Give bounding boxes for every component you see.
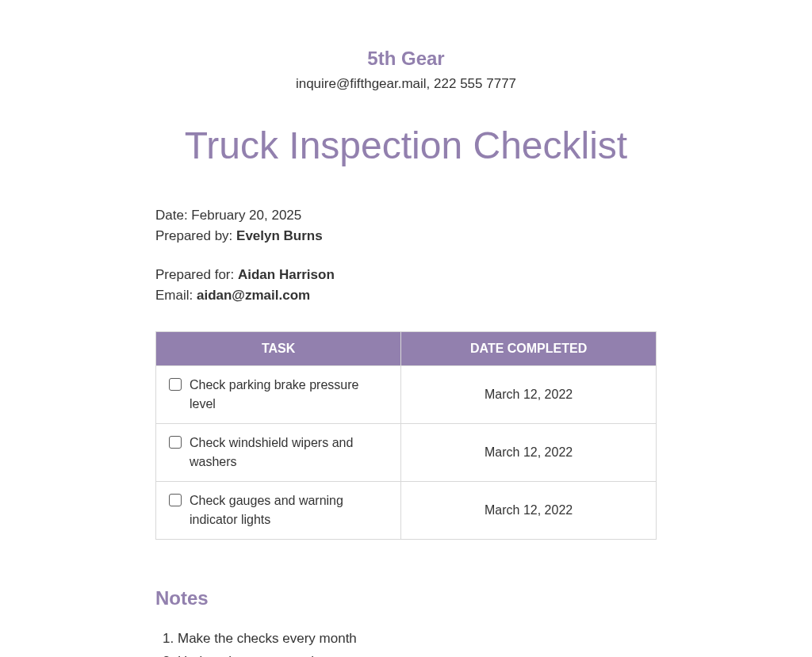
table-header-task: TASK	[156, 332, 401, 366]
meta-section: Date: February 20, 2025 Prepared by: Eve…	[79, 205, 733, 306]
checkbox-icon[interactable]	[169, 378, 182, 391]
meta-prepared-by-label: Prepared by:	[155, 228, 236, 243]
meta-group-prepared-by: Date: February 20, 2025 Prepared by: Eve…	[155, 205, 657, 247]
date-completed-cell: March 12, 2022	[401, 482, 657, 540]
notes-heading: Notes	[79, 587, 733, 609]
meta-group-prepared-for: Prepared for: Aidan Harrison Email: aida…	[155, 265, 657, 307]
checklist-table: TASK DATE COMPLETED Check parking brake …	[155, 331, 657, 540]
meta-prepared-for-row: Prepared for: Aidan Harrison	[155, 265, 657, 285]
note-item: Update the car manual	[178, 651, 733, 657]
task-text: Check parking brake pressure level	[190, 376, 388, 414]
document-page: 5th Gear inquire@fifthgear.mail, 222 555…	[0, 0, 812, 657]
meta-date-label: Date:	[155, 208, 191, 223]
table-row: Check windshield wipers and washers Marc…	[156, 424, 657, 482]
meta-email-row: Email: aidan@zmail.com	[155, 285, 657, 306]
table-row: Check parking brake pressure level March…	[156, 366, 657, 424]
table-header-date: DATE COMPLETED	[401, 332, 657, 366]
meta-date-row: Date: February 20, 2025	[155, 205, 657, 226]
checkbox-icon[interactable]	[169, 494, 182, 506]
meta-email-label: Email:	[155, 288, 197, 303]
company-contact: inquire@fifthgear.mail, 222 555 7777	[79, 76, 733, 92]
table-row: Check gauges and warning indicator light…	[156, 482, 657, 540]
meta-email-value: aidan@zmail.com	[197, 288, 310, 303]
date-completed-cell: March 12, 2022	[401, 366, 657, 424]
date-completed-cell: March 12, 2022	[401, 424, 657, 482]
note-item: Make the checks every month	[178, 628, 733, 649]
task-text: Check gauges and warning indicator light…	[190, 491, 388, 529]
task-text: Check windshield wipers and washers	[190, 434, 388, 472]
checkbox-icon[interactable]	[169, 436, 182, 449]
meta-prepared-by-value: Evelyn Burns	[236, 228, 323, 243]
document-title: Truck Inspection Checklist	[79, 124, 733, 167]
meta-prepared-by-row: Prepared by: Evelyn Burns	[155, 226, 657, 246]
meta-date-value: February 20, 2025	[191, 208, 301, 223]
company-name: 5th Gear	[79, 48, 733, 70]
meta-prepared-for-value: Aidan Harrison	[238, 267, 335, 282]
meta-prepared-for-label: Prepared for:	[155, 267, 238, 282]
notes-list: Make the checks every month Update the c…	[79, 628, 733, 657]
